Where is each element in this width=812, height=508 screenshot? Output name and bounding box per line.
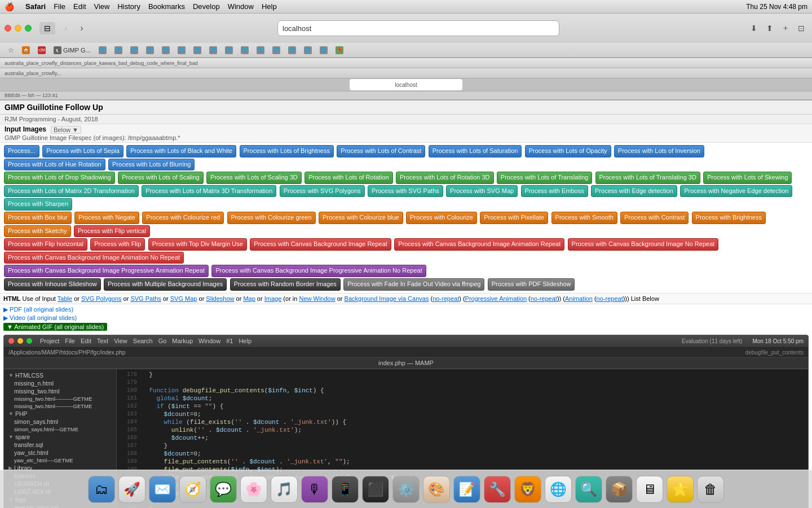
process-btn-sketchy[interactable]: Process with Sketchy (4, 225, 71, 238)
process-btn-edgedetect[interactable]: Process with Edge detection (591, 185, 677, 198)
menu-develop[interactable]: Develop (193, 2, 220, 11)
link-bg-canvas[interactable]: Background Image via Canvas (345, 295, 429, 302)
process-btn-boxblur[interactable]: Process with Box blur (4, 212, 72, 224)
close-button[interactable] (5, 25, 11, 32)
tree-item-spare[interactable]: ▼ spare (4, 433, 116, 441)
new-tab-icon[interactable]: ＋ (779, 22, 792, 34)
bbedit-menu-view[interactable]: View (114, 338, 127, 344)
pdf-link[interactable]: ▶ PDF (all original slides) (3, 306, 73, 313)
process-btn-randomborder[interactable]: Process with Random Border Images (230, 278, 341, 291)
tree-section-htmlcss[interactable]: ▼ HTMLCSS (4, 371, 116, 379)
link-svg-map[interactable]: SVG Map (170, 295, 197, 302)
bookmark-item-13[interactable]: 🌐 (285, 46, 299, 55)
process-btn-smooth[interactable]: Process with Smooth (551, 212, 617, 224)
bookmark-item-11[interactable]: 🌐 (254, 46, 267, 55)
process-btn-scaling[interactable]: Process with Lots of Scaling (118, 172, 204, 184)
bbedit-menu-project[interactable]: Project (40, 338, 59, 344)
process-btn-contrastbtn[interactable]: Process with Contrast (620, 212, 689, 224)
process-btn-brightnessbtn[interactable]: Process with Brightness (692, 212, 766, 224)
bbedit-menu-text[interactable]: Text (97, 338, 108, 344)
bookmark-item-15[interactable]: 🌐 (317, 46, 330, 55)
dock-trash[interactable]: 🗑 (697, 476, 724, 503)
dock-messages[interactable]: 💬 (210, 476, 237, 503)
star-icon[interactable]: ☆ (5, 44, 17, 56)
process-btn-canvasanimrepeat[interactable]: Process with Canvas Background Image Ani… (394, 238, 564, 251)
minimize-button[interactable] (15, 25, 21, 32)
bookmark-item-4[interactable]: 🌐 (143, 46, 157, 55)
sidebar-button[interactable]: ⊟ (39, 22, 55, 34)
maximize-button[interactable] (25, 25, 32, 32)
bookmark-item-6[interactable]: 🌐 (175, 46, 188, 55)
bookmark-item-3[interactable]: 🌐 (127, 46, 141, 55)
link-svg-paths[interactable]: SVG Paths (130, 295, 161, 302)
process-btn-multibg[interactable]: Process with Multiple Background Images (104, 278, 227, 291)
process-btn-canvasanimnorepeat[interactable]: Process with Canvas Background Image Ani… (4, 252, 184, 264)
process-btn-colred[interactable]: Process with Colourize red (142, 212, 224, 224)
dock-photos[interactable]: 🌸 (240, 476, 267, 503)
process-btn-inversion[interactable]: Process with Lots of Inversion (614, 145, 704, 157)
process-btn-canvasnorepeat[interactable]: Process with Canvas Background Image No … (568, 238, 719, 251)
bbedit-menu-go[interactable]: Go (158, 338, 167, 344)
below-dropdown[interactable]: Below ▼ (51, 126, 81, 134)
bookmark-item-7[interactable]: 🌐 (191, 46, 204, 55)
download-icon[interactable]: ⬇ (748, 22, 760, 34)
tree-item-missingtwogetme2[interactable]: missing_two.html----------GETME (4, 402, 116, 410)
process-btn-translating3d[interactable]: Process with Lots of Translating 3D (595, 172, 700, 184)
dock-filezilla[interactable]: 🔧 (484, 476, 511, 503)
bookmark-rjm[interactable]: rJM (35, 46, 48, 55)
bookmark-home[interactable]: 🏠 (19, 46, 33, 55)
bookmark-item-16[interactable]: 📌 (333, 46, 346, 55)
process-btn-matrix2d[interactable]: Process with Lots of Matrix 2D Transform… (4, 185, 139, 198)
process-btn-negedge[interactable]: Process with Negative Edge detection (680, 185, 792, 198)
tree-item-yaw[interactable]: yaw_stc.html (4, 449, 116, 457)
tree-item-simonsays[interactable]: simon_says.html (4, 418, 116, 426)
dock-bbedit[interactable]: 📝 (453, 476, 480, 503)
bbedit-menu-markup[interactable]: Markup (172, 338, 193, 344)
process-btn-topdiv[interactable]: Process with Top Div Margin Use (148, 238, 247, 251)
process-btn-canvasrepeat[interactable]: Process with Canvas Background Image Rep… (250, 238, 391, 251)
url-bar[interactable]: localhost (277, 20, 559, 36)
process-btn-emboss[interactable]: Process with Emboss (521, 185, 588, 198)
dock-launchpad[interactable]: 🚀 (118, 476, 145, 503)
tree-item-missingtwo[interactable]: missing_two.html (4, 387, 116, 395)
process-btn-fadeinfadeout[interactable]: Process with Fade In Fade Out Video via … (343, 278, 484, 291)
bookmark-item-10[interactable]: 🌐 (238, 46, 251, 55)
menu-file[interactable]: File (54, 2, 65, 11)
process-btn-rotation[interactable]: Process with Lots of Rotation (304, 172, 392, 184)
process-btn-colgreen[interactable]: Process with Colourize green (227, 212, 316, 224)
process-btn-flip[interactable]: Process with Flip (90, 238, 145, 251)
bbedit-minimize[interactable] (17, 338, 23, 344)
link-new-window[interactable]: New Window (299, 295, 335, 302)
process-btn-sharpen[interactable]: Process with Sharpen (4, 198, 72, 211)
process-btn-bw[interactable]: Process with Lots of Black and White (126, 145, 236, 157)
process-btn-pdfslide[interactable]: Process with PDF Slideshow (488, 278, 575, 291)
process-btn-blurring[interactable]: Process with Lots of Blurring (108, 159, 195, 171)
process-btn-svgmap[interactable]: Process with SVG Map (446, 185, 518, 198)
bbedit-menu-hash[interactable]: #1 (226, 338, 233, 344)
bbedit-menu-window[interactable]: Window (198, 338, 220, 344)
forward-button[interactable]: › (74, 22, 89, 34)
apple-menu[interactable]: 🍎 (5, 2, 14, 11)
bookmark-item-12[interactable]: 🌐 (270, 46, 283, 55)
process-btn-brightness[interactable]: Process with Lots of Brightness (240, 145, 334, 157)
process-btn-saturation[interactable]: Process with Lots of Saturation (429, 145, 522, 157)
bookmark-item-2[interactable]: 🌐 (112, 46, 125, 55)
bookmark-item-14[interactable]: 🌐 (301, 46, 315, 55)
menu-view[interactable]: View (94, 2, 110, 11)
tree-item-simonsaysgetme[interactable]: simon_says.html---GETME (4, 426, 116, 433)
dock-iphone[interactable]: 📱 (332, 476, 359, 503)
dock-item-misc3[interactable]: 📦 (606, 476, 633, 503)
dock-item-misc2[interactable]: 🔍 (575, 476, 602, 503)
menu-help[interactable]: Help (262, 2, 277, 11)
link-svg-polygons[interactable]: SVG Polygons (81, 295, 122, 302)
process-btn-negate[interactable]: Process with Negate (74, 212, 139, 224)
bbedit-maximize[interactable] (27, 338, 32, 344)
dock-item-misc4[interactable]: 🖥 (636, 476, 663, 503)
process-btn-sepia[interactable]: Process with Lots of Sepia (42, 145, 123, 157)
dock-item-misc1[interactable]: 🌐 (545, 476, 572, 503)
back-button[interactable]: ‹ (59, 22, 73, 34)
process-btn-rotation3d[interactable]: Process with Lots of Rotation 3D (396, 172, 494, 184)
tree-item-missingn[interactable]: missing_n.html (4, 379, 116, 387)
process-btn-scaling3d[interactable]: Process with Lots of Scaling 3D (206, 172, 302, 184)
link-anim-no-repeat[interactable]: no-repeat (597, 295, 623, 302)
